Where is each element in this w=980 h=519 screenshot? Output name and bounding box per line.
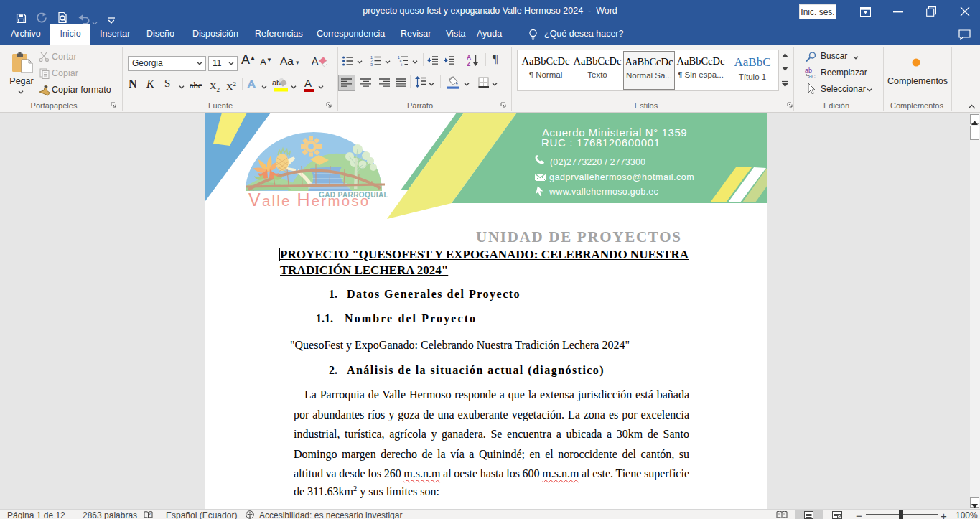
svg-text:x: x (149, 512, 151, 516)
svg-text:www.vallehermoso.gob.ec: www.vallehermoso.gob.ec (549, 187, 658, 197)
svg-text:(02)2773220 / 2773300: (02)2773220 / 2773300 (550, 157, 645, 167)
svg-text:3: 3 (370, 62, 373, 66)
svg-text:i: i (401, 62, 402, 66)
svg-text:Z: Z (467, 60, 470, 67)
svg-text:Valle Hermoso: Valle Hermoso (248, 190, 370, 210)
svg-text:RUC : 1768120600001: RUC : 1768120600001 (541, 136, 661, 149)
svg-text:A: A (312, 55, 319, 67)
svg-text:gadprvallehermoso@hotmail.com: gadprvallehermoso@hotmail.com (549, 172, 694, 182)
svg-text:ac: ac (808, 73, 816, 79)
